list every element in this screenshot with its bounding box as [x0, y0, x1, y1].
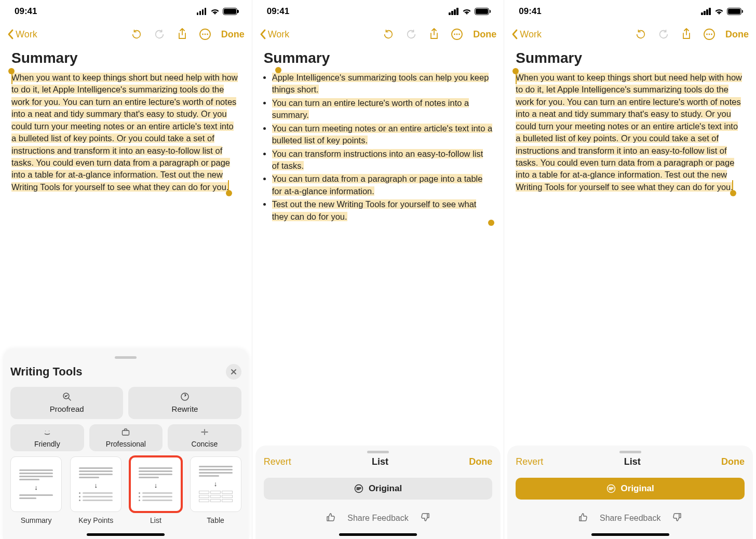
phone-3: 09:41 Work Done Summary: [504, 0, 756, 539]
transform-summary[interactable]: ↓ Summary: [10, 456, 62, 524]
concise-button[interactable]: Concise: [168, 424, 241, 451]
more-button[interactable]: [450, 28, 464, 41]
thumbs-down-button[interactable]: [672, 512, 682, 524]
home-indicator[interactable]: [87, 533, 165, 536]
sheet-grabber[interactable]: [115, 356, 137, 359]
signal-icon: [197, 8, 207, 15]
undo-button[interactable]: [130, 28, 143, 41]
more-button[interactable]: [703, 28, 716, 41]
professional-button[interactable]: Professional: [89, 424, 163, 451]
note-title: Summary: [11, 50, 240, 66]
selection-end-handle[interactable]: [226, 190, 232, 196]
svg-point-10: [458, 34, 460, 35]
sheet-grabber[interactable]: [619, 451, 641, 453]
writing-tools-title: Writing Tools: [10, 365, 83, 379]
back-label: Work: [16, 29, 37, 40]
svg-point-2: [204, 34, 206, 35]
arrow-down-icon: ↓: [34, 483, 38, 491]
feedback-label[interactable]: Share Feedback: [347, 514, 408, 523]
phone-2: 09:41 Work Done Summary: [252, 0, 505, 539]
list-item: Test out the new Writing Tools for yours…: [272, 198, 493, 223]
undo-button[interactable]: [634, 28, 647, 41]
status-bar: 09:41: [504, 0, 756, 23]
svg-point-14: [709, 34, 710, 35]
back-button[interactable]: Work: [511, 29, 542, 40]
wifi-icon: [462, 8, 471, 15]
transform-key-points[interactable]: ↓ Key Points: [70, 456, 122, 524]
arrow-down-icon: ↓: [95, 481, 98, 489]
list-output: Apple Intelligence's summarizing tools c…: [264, 72, 493, 223]
note-title: Summary: [264, 50, 493, 66]
selection-end-handle[interactable]: [730, 190, 736, 196]
svg-point-3: [207, 34, 208, 35]
result-done-button[interactable]: Done: [721, 456, 745, 467]
result-done-button[interactable]: Done: [469, 456, 492, 467]
undo-button[interactable]: [382, 28, 395, 41]
transform-table[interactable]: ↓ Table: [190, 456, 241, 524]
battery-icon: [727, 8, 741, 15]
battery-icon: [475, 8, 489, 15]
selection-end-handle[interactable]: [488, 220, 494, 226]
concise-icon: [200, 427, 209, 437]
sheet-grabber[interactable]: [367, 451, 389, 453]
nav-bar: Work Done: [252, 23, 504, 46]
svg-point-15: [711, 34, 712, 35]
rewrite-button[interactable]: Rewrite: [128, 387, 241, 419]
magnify-check-icon: [62, 392, 72, 401]
revert-button[interactable]: Revert: [264, 456, 291, 467]
signal-icon: [701, 8, 711, 15]
share-button[interactable]: [680, 28, 693, 41]
nav-bar: Work Done: [0, 23, 252, 46]
home-indicator[interactable]: [591, 533, 669, 536]
selection-start-handle[interactable]: [275, 67, 281, 73]
transform-list[interactable]: ↓ List: [130, 456, 181, 524]
more-button[interactable]: [198, 28, 212, 41]
arrow-down-icon: ↓: [214, 480, 218, 488]
friendly-button[interactable]: Friendly: [10, 424, 84, 451]
note-paragraph: When you want to keep things short but n…: [11, 73, 238, 192]
phone-1: 09:41 Work: [0, 0, 252, 539]
signal-icon: [449, 8, 459, 15]
done-button[interactable]: Done: [725, 29, 749, 40]
close-icon: [231, 369, 237, 375]
svg-rect-6: [123, 430, 129, 435]
result-sheet: Revert List Done Original Share Feedback: [507, 446, 753, 539]
proofread-button[interactable]: Proofread: [10, 387, 123, 419]
feedback-label[interactable]: Share Feedback: [600, 514, 660, 523]
done-button[interactable]: Done: [473, 29, 496, 40]
redo-button[interactable]: [153, 28, 166, 41]
share-button[interactable]: [427, 28, 441, 41]
list-item: You can transform instructions into an e…: [272, 148, 493, 172]
close-button[interactable]: [226, 364, 241, 380]
revert-button[interactable]: Revert: [516, 456, 543, 467]
briefcase-icon: [122, 427, 130, 437]
back-button[interactable]: Work: [7, 29, 37, 40]
done-button[interactable]: Done: [221, 29, 245, 40]
status-time: 09:41: [267, 6, 289, 17]
redo-button[interactable]: [404, 28, 418, 41]
home-indicator[interactable]: [339, 533, 417, 536]
rewrite-icon: [180, 392, 190, 401]
list-item: Apple Intelligence's summarizing tools c…: [272, 72, 493, 96]
original-icon: [354, 484, 363, 493]
status-bar: 09:41: [0, 0, 252, 23]
result-sheet: Revert List Done Original Share Feedback: [255, 446, 501, 539]
wifi-icon: [714, 8, 724, 15]
original-icon: [606, 484, 616, 493]
original-button[interactable]: Original: [264, 478, 493, 500]
back-button[interactable]: Work: [260, 29, 290, 40]
writing-tools-sheet: Writing Tools Proofread Rewrite: [3, 349, 249, 539]
battery-icon: [223, 8, 237, 15]
thumbs-up-button[interactable]: [578, 512, 588, 524]
thumbs-down-button[interactable]: [420, 512, 430, 524]
share-button[interactable]: [176, 28, 189, 41]
status-time: 09:41: [15, 6, 37, 17]
redo-button[interactable]: [657, 28, 670, 41]
result-title: List: [624, 456, 641, 467]
original-button-active[interactable]: Original: [516, 478, 745, 500]
status-time: 09:41: [519, 6, 541, 17]
note-title: Summary: [516, 50, 745, 66]
thumbs-up-button[interactable]: [326, 512, 336, 524]
svg-point-1: [202, 34, 204, 35]
chevron-left-icon: [511, 29, 519, 39]
